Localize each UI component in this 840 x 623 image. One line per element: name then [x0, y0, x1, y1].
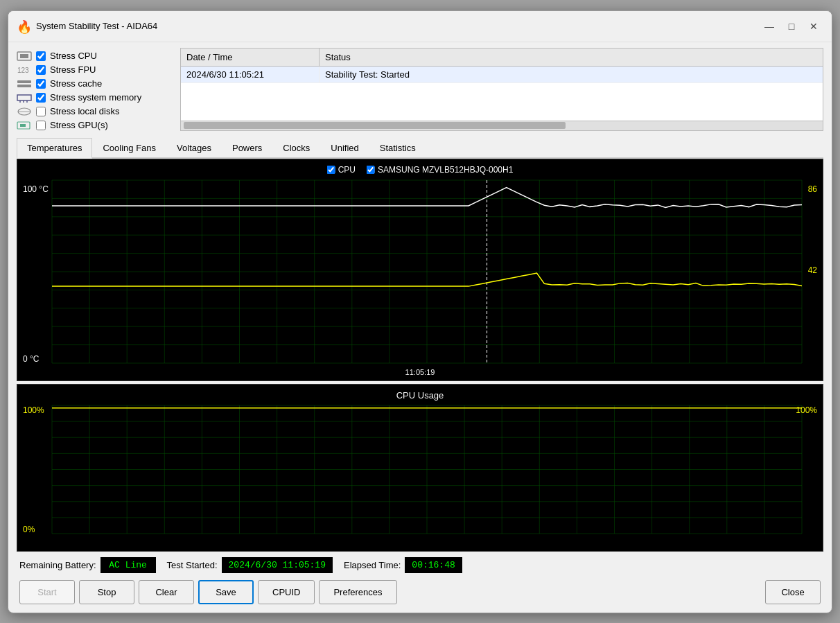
- tab-unified[interactable]: Unified: [320, 138, 369, 159]
- stress-gpu-label: Stress GPU(s): [50, 120, 108, 130]
- temp-chart-canvas: [17, 159, 823, 380]
- svg-rect-3: [17, 80, 31, 83]
- top-section: Stress CPU 123 Stress FPU Stress ca: [17, 48, 823, 131]
- log-datetime: 2024/6/30 11:05:21: [181, 67, 320, 82]
- disk-stress-icon: [17, 106, 32, 117]
- tab-temperatures[interactable]: Temperatures: [17, 138, 92, 159]
- save-button[interactable]: Save: [198, 580, 254, 604]
- legend-cpu-label: CPU: [338, 165, 356, 175]
- cpu-value-right: 100%: [796, 405, 817, 415]
- tab-voltages[interactable]: Voltages: [166, 138, 222, 159]
- cpu-y-bottom: 0%: [23, 525, 35, 534]
- tab-statistics[interactable]: Statistics: [369, 138, 426, 159]
- legend-samsung: SAMSUNG MZVLB512HBJQ-000H1: [367, 165, 513, 175]
- tab-powers[interactable]: Powers: [222, 138, 272, 159]
- test-started-value: 2024/6/30 11:05:19: [222, 557, 333, 573]
- temp-chart-legend: CPU SAMSUNG MZVLB512HBJQ-000H1: [327, 165, 514, 175]
- button-spacer: [401, 580, 761, 604]
- stress-fpu-checkbox[interactable]: [36, 65, 46, 75]
- test-started-status: Test Started: 2024/6/30 11:05:19: [167, 557, 333, 573]
- cpu-stress-icon: [17, 51, 32, 62]
- tab-clocks[interactable]: Clocks: [272, 138, 320, 159]
- temperature-chart: CPU SAMSUNG MZVLB512HBJQ-000H1 100 °C 0 …: [17, 159, 823, 381]
- col-header-status: Status: [320, 49, 823, 66]
- cpu-usage-chart: CPU Usage 100% 0% 100%: [17, 384, 823, 552]
- close-window-button[interactable]: ✕: [804, 17, 823, 36]
- main-content: Stress CPU 123 Stress FPU Stress ca: [8, 42, 832, 613]
- log-table-header: Date / Time Status: [181, 49, 823, 67]
- log-status: Stability Test: Started: [320, 67, 823, 82]
- svg-rect-1: [20, 54, 28, 58]
- stress-memory-label: Stress system memory: [50, 92, 141, 103]
- stress-cache-label: Stress cache: [50, 78, 102, 89]
- button-bar: Start Stop Clear Save CPUID Preferences …: [17, 576, 823, 610]
- stress-disks-label: Stress local disks: [50, 106, 119, 116]
- charts-area: CPU SAMSUNG MZVLB512HBJQ-000H1 100 °C 0 …: [17, 159, 823, 552]
- elapsed-label: Elapsed Time:: [344, 560, 401, 570]
- titlebar-controls: — □ ✕: [760, 17, 823, 36]
- status-bar: Remaining Battery: AC Line Test Started:…: [17, 552, 823, 576]
- preferences-button[interactable]: Preferences: [319, 580, 396, 604]
- elapsed-value: 00:16:48: [405, 557, 462, 573]
- stress-fpu-label: Stress FPU: [50, 64, 96, 75]
- stress-item-gpu: Stress GPU(s): [17, 120, 169, 131]
- log-table-body[interactable]: 2024/6/30 11:05:21 Stability Test: Start…: [181, 67, 823, 121]
- titlebar: 🔥 System Stability Test - AIDA64 — □ ✕: [8, 11, 832, 42]
- temp-y-bottom: 0 °C: [23, 354, 39, 364]
- battery-status: Remaining Battery: AC Line: [19, 557, 156, 573]
- stress-cpu-label: Stress CPU: [50, 51, 97, 61]
- tab-cooling-fans[interactable]: Cooling Fans: [92, 138, 166, 159]
- svg-text:123: 123: [17, 67, 29, 74]
- stress-item-memory: Stress system memory: [17, 92, 169, 103]
- start-button[interactable]: Start: [19, 580, 75, 604]
- window-title: System Stability Test - AIDA64: [36, 21, 760, 31]
- temp-time-label: 11:05:19: [405, 368, 435, 376]
- col-header-datetime: Date / Time: [181, 49, 320, 66]
- svg-rect-4: [17, 85, 31, 87]
- log-scrollbar-thumb: [184, 122, 566, 129]
- svg-rect-5: [17, 95, 31, 100]
- main-window: 🔥 System Stability Test - AIDA64 — □ ✕ S…: [8, 10, 832, 613]
- stress-item-cache: Stress cache: [17, 78, 169, 89]
- stress-item-cpu: Stress CPU: [17, 51, 169, 62]
- clear-button[interactable]: Clear: [139, 580, 194, 604]
- test-started-label: Test Started:: [167, 560, 218, 570]
- memory-stress-icon: [17, 92, 32, 103]
- stress-item-disks: Stress local disks: [17, 106, 169, 117]
- legend-cpu-checkbox[interactable]: [327, 166, 335, 174]
- stress-memory-checkbox[interactable]: [36, 93, 46, 103]
- fpu-stress-icon: 123: [17, 64, 32, 76]
- legend-samsung-checkbox[interactable]: [367, 166, 375, 174]
- gpu-stress-icon: [17, 120, 32, 131]
- elapsed-time-status: Elapsed Time: 00:16:48: [344, 557, 462, 573]
- cpu-chart-canvas: [17, 385, 823, 551]
- cpu-chart-title: CPU Usage: [396, 390, 444, 401]
- stress-cpu-checkbox[interactable]: [36, 51, 46, 61]
- cpuid-button[interactable]: CPUID: [258, 580, 315, 604]
- app-icon: 🔥: [17, 19, 30, 33]
- maximize-button[interactable]: □: [782, 17, 801, 36]
- legend-samsung-label: SAMSUNG MZVLB512HBJQ-000H1: [378, 165, 513, 175]
- cache-stress-icon: [17, 78, 32, 89]
- cpu-y-top: 100%: [23, 405, 44, 415]
- svg-rect-12: [20, 124, 26, 127]
- log-table: Date / Time Status 2024/6/30 11:05:21 St…: [180, 48, 823, 131]
- close-button[interactable]: Close: [765, 580, 821, 604]
- temp-value-top: 86: [808, 184, 817, 194]
- stress-disks-checkbox[interactable]: [36, 107, 46, 116]
- log-scrollbar[interactable]: [181, 121, 823, 130]
- battery-value: AC Line: [100, 557, 156, 573]
- minimize-button[interactable]: —: [760, 17, 779, 36]
- legend-cpu: CPU: [327, 165, 356, 175]
- battery-label: Remaining Battery:: [19, 560, 96, 570]
- tabs-bar: Temperatures Cooling Fans Voltages Power…: [17, 137, 823, 159]
- stop-button[interactable]: Stop: [79, 580, 134, 604]
- stress-options-panel: Stress CPU 123 Stress FPU Stress ca: [17, 48, 169, 131]
- temp-y-top: 100 °C: [23, 184, 49, 194]
- stress-item-fpu: 123 Stress FPU: [17, 64, 169, 76]
- stress-cache-checkbox[interactable]: [36, 79, 46, 89]
- temp-value-mid: 42: [808, 265, 817, 275]
- table-row: 2024/6/30 11:05:21 Stability Test: Start…: [181, 67, 823, 83]
- stress-gpu-checkbox[interactable]: [36, 121, 46, 130]
